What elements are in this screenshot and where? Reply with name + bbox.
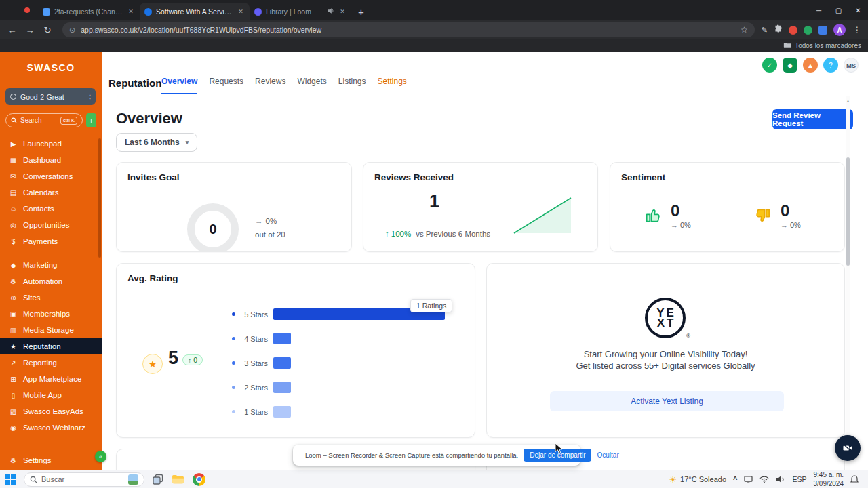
- window-maximize-button[interactable]: ▢: [829, 7, 848, 14]
- account-switcher[interactable]: Good-2-Great ▴▾: [5, 88, 96, 105]
- sidebar: SWASCO Good-2-Great ▴▾ Search ctrl K + ▶…: [0, 52, 102, 470]
- all-bookmarks-label: Todos los marcadores: [795, 42, 861, 49]
- rating-bar-1stars[interactable]: [273, 406, 291, 418]
- window-minimize-button[interactable]: ─: [809, 7, 829, 14]
- user-avatar[interactable]: MS: [844, 58, 859, 73]
- browser-tab-3[interactable]: Library | Loom ✕: [250, 3, 351, 20]
- loom-camera-bubble[interactable]: [835, 435, 861, 461]
- scroll-up-arrow[interactable]: ▴: [846, 98, 850, 102]
- sidebar-item-settings[interactable]: ⚙Settings: [0, 452, 102, 468]
- extension-icon-blue[interactable]: [818, 26, 827, 35]
- url-text: app.swasco.co.uk/v2/location/uufT688YcR1…: [81, 26, 735, 34]
- browser-menu-kebab-icon[interactable]: ⋮: [853, 25, 861, 35]
- sidebar-item-reporting[interactable]: ↗Reporting: [0, 354, 102, 371]
- app-header: Reputation Overview Requests Reviews Wid…: [102, 52, 868, 96]
- sidebar-item-app-marketplace[interactable]: ⊞App Marketplace: [0, 371, 102, 387]
- send-review-request-button[interactable]: Send Review Request: [772, 109, 853, 129]
- quick-add-button[interactable]: +: [86, 113, 96, 127]
- file-explorer-button[interactable]: [172, 474, 184, 485]
- sidebar-item-media-storage[interactable]: ▥Media Storage: [0, 322, 102, 338]
- sidebar-item-dashboard[interactable]: ▦Dashboard: [0, 152, 102, 168]
- camera-off-icon: [842, 443, 853, 453]
- academy-icon[interactable]: ◆: [783, 58, 797, 73]
- rating-bar-3stars[interactable]: [273, 357, 291, 369]
- sidebar-item-launchpad[interactable]: ▶Launchpad: [0, 136, 102, 152]
- back-button[interactable]: ←: [4, 25, 20, 35]
- sidebar-item-mobile-app[interactable]: ▯Mobile App: [0, 387, 102, 403]
- browser-tabstrip: 2fa-requests (Channel) | Extend ✕ Softwa…: [0, 0, 868, 20]
- notifications-bell-icon[interactable]: [850, 475, 859, 484]
- search-icon: [30, 476, 37, 483]
- hidden-icons-chevron[interactable]: ^: [733, 475, 737, 483]
- activate-yext-button[interactable]: Activate Yext Listing: [550, 391, 784, 411]
- tab-widgets[interactable]: Widgets: [297, 77, 326, 94]
- tab-settings[interactable]: Settings: [377, 77, 406, 94]
- address-bar[interactable]: ⊙ app.swasco.co.uk/v2/location/uufT688Yc…: [62, 22, 755, 37]
- search-shortcut-badge: ctrl K: [60, 117, 77, 125]
- hide-share-bar-link[interactable]: Ocultar: [597, 451, 618, 459]
- share-message: Loom – Screen Recorder & Screen Capture …: [305, 451, 518, 459]
- extension-icon-red[interactable]: [789, 26, 797, 35]
- tab-close-icon[interactable]: ✕: [127, 8, 135, 15]
- forward-button[interactable]: →: [22, 25, 38, 35]
- taskbar-clock[interactable]: 9:45 a. m. 3/09/2024: [814, 470, 844, 488]
- tab-overview[interactable]: Overview: [161, 77, 197, 94]
- browser-tab-2[interactable]: Software With A Service Comp ✕: [140, 3, 250, 20]
- account-name: Good-2-Great: [20, 93, 85, 101]
- sidebar-item-calendars[interactable]: ▤Calendars: [0, 184, 102, 201]
- sidebar-item-marketing[interactable]: ◆Marketing: [0, 257, 102, 273]
- help-icon[interactable]: ?: [823, 58, 838, 73]
- browser-profile-avatar[interactable]: A: [833, 24, 846, 36]
- sidebar-item-conversations[interactable]: ✉Conversations: [0, 168, 102, 184]
- sidebar-item-opportunities[interactable]: ◎Opportunities: [0, 217, 102, 233]
- tab-close-icon[interactable]: ✕: [338, 8, 347, 15]
- status-check-icon[interactable]: ✓: [762, 58, 777, 73]
- tab-audio-icon[interactable]: [328, 7, 334, 16]
- display-icon[interactable]: [744, 476, 753, 483]
- reload-button[interactable]: ↻: [39, 25, 56, 35]
- language-indicator[interactable]: ESP: [792, 475, 806, 483]
- annotate-extension-icon[interactable]: ✎: [762, 26, 768, 35]
- taskbar-search[interactable]: Buscar: [24, 472, 144, 487]
- bookmark-star-icon[interactable]: ☆: [741, 25, 748, 35]
- conversations-icon: ✉: [9, 173, 18, 180]
- sidebar-settings: ⚙Settings: [0, 449, 102, 468]
- period-filter-dropdown[interactable]: Last 6 Months ▾: [116, 133, 197, 152]
- tab-reviews[interactable]: Reviews: [255, 77, 285, 94]
- rating-bar-2stars[interactable]: [273, 382, 291, 393]
- sidebar-item-payments[interactable]: $Payments: [0, 233, 102, 249]
- sidebar-item-swasco-webinarz[interactable]: ◉Swasco Webinarz: [0, 420, 102, 436]
- window-close-button[interactable]: ✕: [848, 7, 868, 14]
- sidebar-search-input[interactable]: Search ctrl K: [5, 113, 83, 127]
- page-scrollbar-thumb[interactable]: [846, 157, 850, 266]
- volume-icon[interactable]: [776, 475, 785, 483]
- sidebar-item-memberships[interactable]: ▣Memberships: [0, 306, 102, 322]
- sidebar-item-sites[interactable]: ⊕Sites: [0, 289, 102, 306]
- chrome-taskbar-button[interactable]: [193, 473, 205, 486]
- new-tab-button[interactable]: +: [358, 6, 364, 18]
- start-button[interactable]: [5, 474, 16, 485]
- task-view-button[interactable]: [153, 474, 163, 485]
- extension-icon-green[interactable]: [804, 26, 812, 35]
- extensions-puzzle-icon[interactable]: [774, 24, 783, 36]
- wifi-icon[interactable]: [760, 475, 769, 483]
- sidebar-item-reputation[interactable]: ★Reputation: [0, 338, 102, 354]
- all-bookmarks-button[interactable]: Todos los marcadores: [783, 42, 861, 49]
- avg-rating-change-badge: ↑ 0: [182, 354, 203, 365]
- tab-listings[interactable]: Listings: [338, 77, 366, 94]
- sidebar-item-swasco-easyads[interactable]: ▧Swasco EasyAds: [0, 403, 102, 420]
- sidebar-item-contacts[interactable]: ☺Contacts: [0, 201, 102, 217]
- mouse-cursor: [555, 443, 564, 454]
- tab-close-icon[interactable]: ✕: [237, 8, 245, 15]
- site-info-icon[interactable]: ⊙: [69, 26, 75, 35]
- sentiment-positive: 0 →0%: [644, 202, 691, 229]
- page-scrollbar-track[interactable]: [846, 96, 850, 470]
- tab-requests[interactable]: Requests: [209, 77, 243, 94]
- weather-widget[interactable]: ☀ 17°C Soleado: [669, 474, 726, 485]
- sidebar-scrollbar-thumb[interactable]: [98, 138, 101, 258]
- sidebar-item-automation[interactable]: ⚙Automation: [0, 273, 102, 289]
- rating-bar-4stars[interactable]: [273, 333, 291, 344]
- streak-icon[interactable]: ▲: [803, 58, 818, 73]
- browser-tab-1[interactable]: 2fa-requests (Channel) | Extend ✕: [38, 3, 140, 20]
- sidebar-collapse-button[interactable]: «: [95, 451, 106, 462]
